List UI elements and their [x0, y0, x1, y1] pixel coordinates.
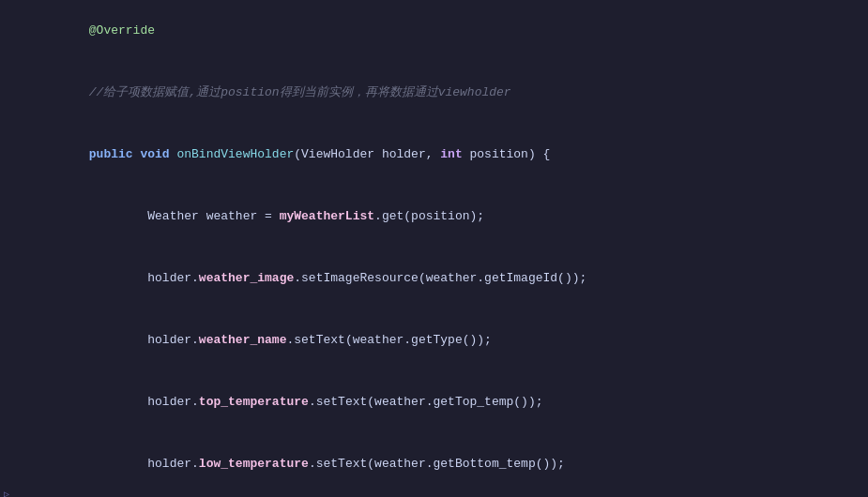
- code-line: Weather weather = myWeatherList.get(posi…: [0, 186, 868, 248]
- code-line: //给子项数据赋值,通过position得到当前实例，再将数据通过viewhol…: [0, 62, 868, 124]
- keyword-public: public: [89, 147, 141, 161]
- field-weather-image: weather_image: [199, 271, 294, 285]
- param: position) {: [463, 147, 551, 161]
- keyword-void: void: [140, 147, 176, 161]
- code-text: Weather weather =: [89, 209, 280, 223]
- code-line: holder.weather_name.setText(weather.getT…: [0, 309, 868, 371]
- paren: (ViewHolder holder,: [294, 147, 440, 161]
- method-name: onBindViewHolder: [176, 147, 294, 161]
- code-text: .setImageResource(weather.getImageId());: [294, 271, 586, 285]
- comment-italic: position: [221, 85, 279, 99]
- comment-token: 得到当前实例，再将数据通过: [280, 85, 438, 99]
- annotation-token: @Override: [89, 23, 155, 38]
- field-token: myWeatherList: [280, 209, 374, 223]
- line-content: holder.weather_name.setText(weather.getT…: [38, 309, 868, 371]
- code-line: public void onBindViewHolder(ViewHolder …: [0, 124, 868, 186]
- field-top-temp: top_temperature: [199, 395, 309, 409]
- line-content: //给子项数据赋值,通过position得到当前实例，再将数据通过viewhol…: [38, 62, 868, 124]
- code-line: @Override: [0, 0, 868, 62]
- code-line: holder.top_temperature.setText(weather.g…: [0, 371, 868, 433]
- code-text: .setText(weather.getTop_temp());: [309, 395, 543, 409]
- code-text: .setText(weather.getBottom_temp());: [309, 457, 565, 471]
- line-content: holder.top_temperature.setText(weather.g…: [38, 371, 868, 433]
- code-text: holder.: [89, 333, 199, 347]
- gutter-icon: ▷: [4, 485, 9, 497]
- line-content: public void onBindViewHolder(ViewHolder …: [38, 124, 868, 186]
- line-content: @Override: [38, 0, 868, 62]
- comment-italic2: viewholder: [438, 85, 511, 99]
- field-low-temp: low_temperature: [199, 457, 309, 471]
- code-text: .get(position);: [374, 209, 484, 223]
- code-line: holder.weather_image.setImageResource(we…: [0, 248, 868, 309]
- keyword-int: int: [440, 147, 462, 161]
- code-text: holder.: [89, 271, 199, 285]
- line-content: holder.weather_image.setImageResource(we…: [38, 248, 868, 309]
- line-content: holder.low_temperature.setText(weather.g…: [38, 433, 868, 495]
- field-weather-name: weather_name: [199, 333, 287, 347]
- code-line: holder.low_temperature.setText(weather.g…: [0, 433, 868, 495]
- comment-token: //给子项数据赋值,通过: [89, 85, 221, 99]
- code-text: holder.: [89, 457, 199, 471]
- code-text: holder.: [89, 395, 199, 409]
- code-text: .setText(weather.getType());: [286, 333, 491, 347]
- line-content: Weather weather = myWeatherList.get(posi…: [38, 186, 868, 248]
- code-editor: @Override //给子项数据赋值,通过position得到当前实例，再将数…: [0, 0, 868, 497]
